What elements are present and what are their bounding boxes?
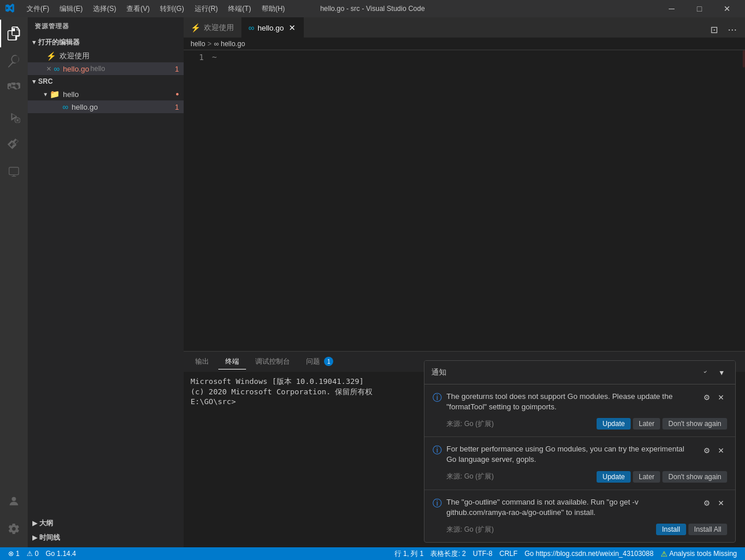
notif1-source: 来源: Go (扩展) xyxy=(446,419,494,429)
outline-label: 大纲 xyxy=(39,518,53,528)
activity-source-control[interactable] xyxy=(0,75,28,103)
open-editor-welcome[interactable]: ⚡ 欢迎使用 xyxy=(28,50,184,62)
breadcrumb-hello[interactable]: hello xyxy=(191,40,205,48)
more-actions-button[interactable]: ⋯ xyxy=(724,21,740,38)
menu-run[interactable]: 运行(R) xyxy=(190,3,223,15)
tab-hello-go[interactable]: ∞ hello.go ✕ xyxy=(241,17,304,38)
statusbar-encoding[interactable]: UTF-8 xyxy=(470,547,496,560)
notif2-close-icon[interactable]: ✕ xyxy=(714,444,727,457)
menu-view[interactable]: 查看(V) xyxy=(122,3,154,15)
hello-go-tab-title: hello.go xyxy=(258,24,284,32)
menu-file[interactable]: 文件(F) xyxy=(22,3,54,15)
statusbar-warnings[interactable]: ⚠ 0 xyxy=(23,547,42,560)
title-bar: 文件(F) 编辑(E) 选择(S) 查看(V) 转到(G) 运行(R) 终端(T… xyxy=(0,0,745,17)
panel-tab-output[interactable]: 输出 xyxy=(188,354,216,369)
panel-tab-terminal[interactable]: 终端 xyxy=(218,354,246,369)
statusbar-line-ending[interactable]: CRLF xyxy=(496,547,521,560)
src-header[interactable]: ▾ SRC xyxy=(28,75,184,88)
scroll-indicator xyxy=(743,50,745,68)
titlebar-left: 文件(F) 编辑(E) 选择(S) 查看(V) 转到(G) 运行(R) 终端(T… xyxy=(5,3,289,15)
menu-edit[interactable]: 编辑(E) xyxy=(55,3,87,15)
hello-go-path-label: hello xyxy=(91,65,105,73)
notification-item-3: ⓘ The "go-outline" command is not availa… xyxy=(424,490,735,542)
breadcrumb-file[interactable]: ∞ hello.go xyxy=(214,40,245,48)
notif2-actions: ⚙ ✕ xyxy=(701,444,727,457)
notification-title: 通知 xyxy=(431,367,446,378)
activity-extensions[interactable] xyxy=(0,130,28,158)
statusbar-errors[interactable]: ⊗ 1 xyxy=(5,547,23,560)
code-area[interactable]: ~ xyxy=(210,50,737,351)
notif3-install-button[interactable]: Install xyxy=(656,524,686,535)
outline-header[interactable]: ▶ 大纲 xyxy=(28,516,184,531)
line-numbers: 1 xyxy=(184,50,210,351)
src-label: SRC xyxy=(38,77,53,85)
activity-settings[interactable] xyxy=(0,515,28,543)
statusbar-right: 行 1, 列 1 表格长度: 2 UTF-8 CRLF Go https://b… xyxy=(391,547,740,560)
hello-folder[interactable]: ▾ 📁 hello ● xyxy=(28,88,184,100)
notif2-dont-show-button[interactable]: Don't show again xyxy=(662,471,727,483)
statusbar: ⊗ 1 ⚠ 0 Go 1.14.4 行 1, 列 1 表格长度: 2 UTF-8… xyxy=(0,547,745,560)
clear-all-notifications-button[interactable] xyxy=(698,365,712,379)
statusbar-go-version[interactable]: Go 1.14.4 xyxy=(42,547,80,560)
notif2-settings-icon[interactable]: ⚙ xyxy=(701,444,713,457)
notif3-buttons: 来源: Go (扩展) Install Install All xyxy=(433,524,727,535)
svg-point-2 xyxy=(12,497,16,501)
problems-badge: 1 xyxy=(324,357,333,366)
notif2-source: 来源: Go (扩展) xyxy=(446,472,494,481)
notif3-actions: ⚙ ✕ xyxy=(701,497,727,510)
vscode-file-icon: ⚡ xyxy=(46,51,56,61)
split-editor-button[interactable]: ⊡ xyxy=(706,21,722,38)
timeline-chevron: ▶ xyxy=(32,534,37,542)
statusbar-analysis[interactable]: ⚠ Analysis tools Missing xyxy=(657,547,740,560)
notif1-later-button[interactable]: Later xyxy=(633,418,660,430)
notif3-settings-icon[interactable]: ⚙ xyxy=(701,497,713,510)
notification-item-2: ⓘ For better performance using Go module… xyxy=(424,437,735,490)
menu-terminal[interactable]: 终端(T) xyxy=(224,3,255,15)
code-line-1: ~ xyxy=(210,53,737,64)
activity-remote[interactable] xyxy=(0,158,28,186)
statusbar-url[interactable]: Go https://blog.csdn.net/weixin_43103088 xyxy=(521,547,657,560)
panel-tab-problems[interactable]: 问题 1 xyxy=(299,354,340,369)
notif1-text: The goreturns tool does not support Go m… xyxy=(446,391,696,412)
minimize-button[interactable]: ─ xyxy=(658,0,685,17)
activity-accounts[interactable] xyxy=(0,487,28,515)
close-icon-modified[interactable]: ✕ xyxy=(46,65,51,73)
open-editors-label: 打开的编辑器 xyxy=(38,38,80,47)
statusbar-position[interactable]: 行 1, 列 1 xyxy=(391,547,427,560)
scrollbar[interactable] xyxy=(737,50,745,351)
svg-rect-1 xyxy=(9,167,19,175)
notif1-close-icon[interactable]: ✕ xyxy=(714,391,727,404)
hello-go-badge-open: 1 xyxy=(175,65,179,73)
menu-select[interactable]: 选择(S) xyxy=(88,3,121,15)
notif3-source: 来源: Go (扩展) xyxy=(446,525,494,535)
panel-tab-debug[interactable]: 调试控制台 xyxy=(248,354,297,369)
notif3-close-icon[interactable]: ✕ xyxy=(714,497,727,510)
open-editors-chevron: ▾ xyxy=(32,39,36,46)
tab-welcome[interactable]: ⚡ 欢迎使用 xyxy=(184,17,241,38)
close-button[interactable]: ✕ xyxy=(714,0,740,17)
notif2-info-icon: ⓘ xyxy=(433,445,442,457)
tab-close-button[interactable]: ✕ xyxy=(288,23,297,32)
open-editors-header[interactable]: ▾ 打开的编辑器 xyxy=(28,35,184,50)
statusbar-table-length[interactable]: 表格长度: 2 xyxy=(427,547,469,560)
notif2-update-button[interactable]: Update xyxy=(597,471,631,483)
hello-go-file[interactable]: ∞ hello.go 1 xyxy=(28,100,184,113)
menu-goto[interactable]: 转到(G) xyxy=(155,3,188,15)
maximize-button[interactable]: □ xyxy=(686,0,713,17)
timeline-header[interactable]: ▶ 时间线 xyxy=(28,531,184,545)
open-editor-hello-go[interactable]: ✕ ∞ hello.go hello 1 xyxy=(28,62,184,75)
notif3-install-all-button[interactable]: Install All xyxy=(688,524,727,535)
notif2-later-button[interactable]: Later xyxy=(633,471,660,483)
activity-run[interactable] xyxy=(0,103,28,130)
expand-notifications-button[interactable]: ▾ xyxy=(714,365,728,379)
activity-explorer[interactable] xyxy=(0,20,28,47)
notif1-settings-icon[interactable]: ⚙ xyxy=(701,391,713,404)
sidebar-title: 资源管理器 xyxy=(28,17,184,35)
editor-content[interactable]: 1 ~ xyxy=(184,50,745,351)
activity-search[interactable] xyxy=(0,47,28,75)
warning-icon: ⚠ xyxy=(661,550,668,558)
hello-folder-dot: ● xyxy=(176,91,179,97)
notif1-update-button[interactable]: Update xyxy=(597,418,631,430)
menu-help[interactable]: 帮助(H) xyxy=(257,3,290,15)
notif1-dont-show-button[interactable]: Don't show again xyxy=(662,418,727,430)
